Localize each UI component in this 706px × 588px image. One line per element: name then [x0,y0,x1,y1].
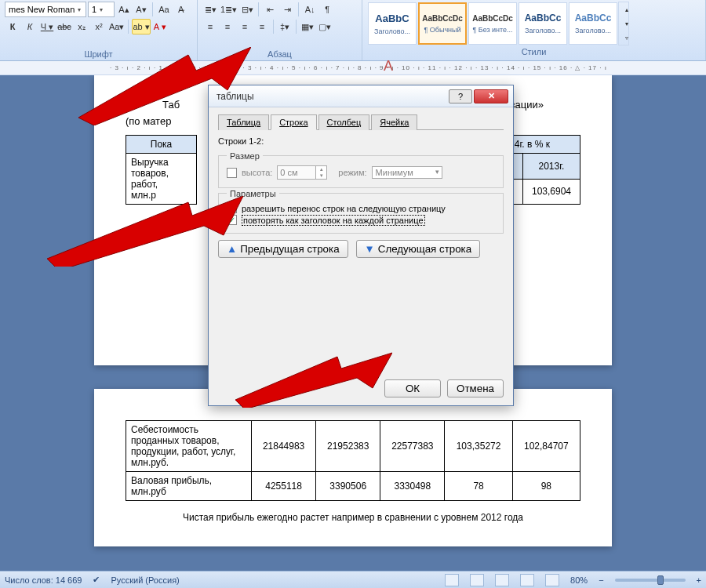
zoom-slider[interactable] [615,579,686,582]
style-tile[interactable]: AaBbCcDc¶ Без инте... [468,2,517,45]
horizontal-ruler[interactable]: · 3 · ı · 2 · ı · 1 · ı · △ · ı · 1 · ı … [0,61,706,75]
font-size-combo[interactable]: 1▾ [88,2,115,17]
view-outline-button[interactable] [520,574,534,586]
allow-break-checkbox[interactable]: ✓ [227,203,237,213]
style-tile[interactable]: AaBbCcЗаголово... [569,2,617,45]
mode-combo[interactable]: Минимум [372,166,442,179]
borders-button[interactable]: ▢▾ [317,19,333,34]
style-tile[interactable]: AaBbCcЗаголово... [519,2,567,45]
view-print-button[interactable] [445,574,459,586]
zoom-level[interactable]: 80% [570,575,588,585]
status-bar: Число слов: 14 669 ✔ Русский (Россия) 80… [0,571,706,588]
arrow-down-icon: ▼ [365,243,375,255]
ribbon-group-para-label: Абзац [202,48,357,60]
bullets-button[interactable]: ≣▾ [202,2,218,17]
shading-button[interactable]: ▦▾ [300,19,315,34]
subscript-button[interactable]: x₂ [74,19,89,34]
font-name-combo[interactable]: mes New Roman▾ [5,2,86,17]
height-label: высота: [242,168,272,177]
close-button[interactable]: ✕ [474,89,508,103]
dialog-tabs: Таблица Строка Столбец Ячейка [218,114,504,130]
ribbon-group-font-label: Шрифт [5,48,192,60]
arrow-up-icon: ▲ [227,243,237,255]
height-checkbox[interactable] [227,168,237,178]
styles-more-button[interactable]: ▿ [619,31,635,45]
rows-range-label: Строки 1-2: [218,136,504,146]
next-row-button[interactable]: ▼Следующая строка [356,240,481,258]
shrink-font-button[interactable]: A▾ [133,2,149,17]
document-table-2[interactable]: Себестоимость проданных товаров, продукц… [126,420,580,501]
align-right-button[interactable]: ≡ [237,19,253,34]
align-left-button[interactable]: ≡ [202,19,218,34]
table-properties-dialog: таблицы ? ✕ Таблица Строка Столбец Ячейк… [208,85,514,406]
allow-break-label: разрешить перенос строк на следующую стр… [242,204,446,213]
table-row: Себестоимость проданных товаров, продукц… [126,421,580,472]
align-justify-button[interactable]: ≡ [254,19,270,34]
help-button[interactable]: ? [449,89,472,103]
indent-inc-button[interactable]: ⇥ [279,2,295,17]
view-draft-button[interactable] [545,574,559,586]
styles-gallery[interactable]: AaBbCЗаголово... AaBbCcDc¶ Обычный AaBbC… [367,2,701,45]
ribbon-group-styles-label: Стили [367,45,701,58]
word-count[interactable]: Число слов: 14 669 [5,575,82,585]
ribbon: mes New Roman▾ 1▾ A▴ A▾ Aa A̶ К К Ч ▾ ab… [0,0,706,61]
tab-cell[interactable]: Ячейка [371,114,417,130]
repeat-header-checkbox[interactable]: ✓ [227,215,237,225]
mode-label: режим: [338,168,366,177]
dialog-title: таблицы [217,91,447,102]
sort-button[interactable]: A↓ [302,2,318,17]
italic-button[interactable]: К [22,19,38,34]
bold-button[interactable]: К [5,19,20,34]
underline-button[interactable]: Ч ▾ [39,19,55,34]
table-row: Валовая прибыль, млн.руб 4255118 3390506… [126,472,580,501]
change-case-button[interactable]: A̶ [173,2,189,17]
style-tile[interactable]: AaBbCcDc¶ Обычный [418,2,467,45]
multilevel-button[interactable]: ⊟▾ [239,2,255,17]
prev-row-button[interactable]: ▲Предыдущая строка [218,240,348,258]
superscript-button[interactable]: x² [91,19,107,34]
strike-button[interactable]: abc [56,19,72,34]
indent-dec-button[interactable]: ⇤ [262,2,278,17]
size-legend: Размер [227,151,263,161]
view-read-button[interactable] [470,574,484,586]
clear-format-button[interactable]: Aa [156,2,172,17]
repeat-header-label: повторять как заголовок на каждой страни… [242,216,425,225]
zoom-out-button[interactable]: − [599,575,603,585]
cancel-button[interactable]: Отмена [447,379,504,397]
pilcrow-button[interactable]: ¶ [319,2,335,17]
params-legend: Параметры [227,189,279,198]
zoom-in-button[interactable]: + [697,575,701,585]
font-color-button[interactable]: A ▾ [152,19,168,34]
line-spacing-button[interactable]: ‡▾ [277,19,293,34]
language-status[interactable]: Русский (Россия) [111,575,179,585]
proofing-icon[interactable]: ✔ [93,575,100,585]
view-web-button[interactable] [495,574,509,586]
highlight-button[interactable]: ab ▾ [132,19,150,34]
change-case2-button[interactable]: Aa▾ [108,19,125,34]
ok-button[interactable]: ОК [384,379,441,397]
grow-font-button[interactable]: A▴ [116,2,132,17]
numbering-button[interactable]: 1≣▾ [220,2,238,17]
dialog-titlebar[interactable]: таблицы ? ✕ [209,85,513,107]
tab-table[interactable]: Таблица [218,114,269,130]
styles-up-button[interactable]: ▴ [619,2,635,16]
align-center-button[interactable]: ≡ [220,19,235,34]
tab-column[interactable]: Столбец [318,114,370,130]
tab-row[interactable]: Строка [271,114,316,130]
page: Себестоимость проданных товаров, продукц… [94,389,612,546]
style-tile[interactable]: AaBbCЗаголово... [368,2,417,45]
styles-down-button[interactable]: ▾ [619,16,635,31]
height-spinner[interactable]: ▴▾ [277,165,327,180]
